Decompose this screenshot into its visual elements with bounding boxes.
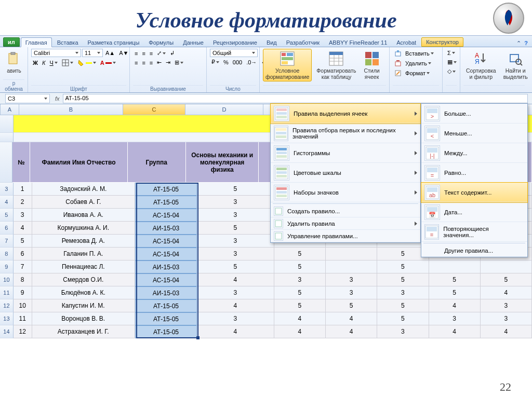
table-cell[interactable]: 4	[197, 273, 274, 286]
column-header[interactable]: B	[19, 104, 123, 115]
table-cell[interactable]: Воронцов В. В.	[32, 312, 135, 325]
menu-item[interactable]: <Меньше...	[421, 123, 527, 143]
table-cell[interactable]: 5	[274, 248, 326, 260]
indent-inc-icon[interactable]: ⇥	[164, 58, 172, 67]
menu-item[interactable]: Наборы значков	[271, 183, 420, 202]
table-cell[interactable]: 3	[197, 209, 274, 222]
table-cell[interactable]: 7	[14, 260, 32, 273]
table-cell[interactable]: 5	[377, 299, 429, 312]
menu-item[interactable]: Гистограммы	[271, 143, 420, 163]
tab-acrobat[interactable]: Acrobat	[392, 38, 420, 47]
table-cell[interactable]: Ремезова Д. А.	[32, 235, 135, 248]
table-cell[interactable]: 3	[197, 286, 274, 299]
find-select-button[interactable]: Найти и выделить	[501, 49, 530, 81]
table-cell[interactable]: 5	[197, 222, 274, 235]
fill-color-button[interactable]	[76, 58, 98, 67]
menu-item-other-rules[interactable]: Другие правила...	[421, 244, 527, 257]
align-bottom-icon[interactable]: ≡	[148, 49, 154, 58]
fill-icon[interactable]: ▦	[446, 58, 458, 66]
table-cell[interactable]: 4	[326, 312, 377, 325]
align-right-icon[interactable]: ≡	[148, 59, 154, 67]
align-middle-icon[interactable]: ≡	[140, 49, 147, 58]
insert-cells-button[interactable]: Вставить	[393, 49, 435, 58]
format-cells-button[interactable]: Формат	[393, 68, 431, 78]
menu-item[interactable]: Удалить правила	[271, 217, 420, 230]
orientation-icon[interactable]: ⤢	[155, 49, 167, 58]
table-cell[interactable]: 5	[481, 273, 532, 286]
menu-item[interactable]: ≡Повторяющиеся значения...	[421, 222, 527, 242]
table-cell[interactable]: 3	[377, 325, 429, 338]
table-cell[interactable]: 3	[326, 273, 377, 286]
name-box[interactable]: C3	[5, 94, 50, 103]
tab-developer[interactable]: Разработчик	[282, 38, 324, 47]
table-cell[interactable]: 4	[197, 299, 274, 312]
table-cell[interactable]: АТ-15-05	[135, 325, 197, 338]
table-cell[interactable]: Капустин И. М.	[32, 299, 135, 312]
column-header[interactable]: C	[123, 104, 185, 115]
table-cell[interactable]: 5	[274, 286, 326, 299]
table-cell[interactable]: АИ-15-03	[135, 222, 197, 235]
table-cell[interactable]: АС-15-04	[135, 209, 197, 222]
table-cell[interactable]: 3	[197, 196, 274, 209]
table-cell[interactable]: 5	[274, 260, 326, 273]
shrink-font-icon[interactable]: A▼	[117, 49, 130, 57]
formula-input[interactable]: АТ-15-05	[63, 94, 528, 103]
table-cell[interactable]: 4	[197, 325, 274, 338]
table-cell[interactable]: 4	[274, 312, 326, 325]
menu-item[interactable]: Цветовые шкалы	[271, 163, 420, 183]
table-cell[interactable]: 3	[481, 312, 532, 325]
table-cell[interactable]: АТ-15-05	[135, 183, 197, 196]
font-size-combo[interactable]: 11	[82, 49, 103, 57]
menu-item[interactable]: Создать правило...	[271, 205, 420, 217]
table-cell[interactable]: Иванова А. А.	[32, 209, 135, 222]
table-cell[interactable]: Смердов О.И.	[32, 273, 135, 286]
minimize-ribbon-icon[interactable]: ⌃	[516, 40, 521, 47]
comma-icon[interactable]: 000	[231, 58, 244, 66]
table-cell[interactable]: 1	[14, 183, 32, 196]
tab-insert[interactable]: Вставка	[53, 38, 83, 47]
bold-button[interactable]: Ж	[31, 59, 39, 67]
currency-icon[interactable]: ₽	[210, 58, 221, 66]
table-cell[interactable]: АТ-15-05	[135, 312, 197, 325]
tab-formulas[interactable]: Формулы	[144, 38, 178, 47]
number-format-combo[interactable]: Общий	[210, 49, 258, 57]
table-cell[interactable]: Блюдёнов А. К.	[32, 286, 135, 299]
table-cell[interactable]: 5	[377, 260, 429, 273]
table-cell[interactable]: 5	[377, 312, 429, 325]
delete-cells-button[interactable]: Удалить	[393, 59, 433, 68]
column-header[interactable]: A	[1, 104, 19, 115]
menu-item[interactable]: Управление правилами...	[271, 230, 420, 242]
cell-styles-button[interactable]: Стили ячеек	[361, 49, 383, 81]
table-cell[interactable]: 5	[274, 299, 326, 312]
table-cell[interactable]: 4	[429, 325, 481, 338]
tab-abbyy[interactable]: ABBYY FineReader 11	[325, 38, 391, 47]
table-cell[interactable]: 3	[14, 209, 32, 222]
table-cell[interactable]: Астраханцев И. Г.	[32, 325, 135, 338]
table-cell[interactable]: АИ-15-03	[135, 260, 197, 273]
table-cell[interactable]: 4	[481, 286, 532, 299]
table-cell[interactable]: 3	[377, 286, 429, 299]
fx-icon[interactable]: fx	[52, 95, 63, 102]
table-cell[interactable]: 4	[481, 325, 532, 338]
table-cell[interactable]: 5	[429, 286, 481, 299]
table-cell[interactable]: 3	[274, 273, 326, 286]
table-cell[interactable]: 10	[14, 299, 32, 312]
tab-context-design[interactable]: Конструктор	[421, 37, 463, 47]
menu-item[interactable]: >Больше...	[421, 104, 527, 123]
table-cell[interactable]: 4	[274, 325, 326, 338]
menu-item[interactable]: abТекст содержит...	[421, 183, 527, 202]
table-cell[interactable]: АС-15-04	[135, 235, 197, 248]
borders-button[interactable]	[60, 58, 75, 67]
tab-view[interactable]: Вид	[262, 38, 281, 47]
merge-button[interactable]: ⊞	[173, 58, 185, 67]
indent-dec-icon[interactable]: ⇤	[155, 58, 163, 67]
align-top-icon[interactable]: ≡	[133, 49, 139, 58]
table-cell[interactable]: 5	[197, 260, 274, 273]
italic-button[interactable]: К	[41, 59, 47, 67]
menu-item[interactable]: =Равно...	[421, 163, 527, 183]
increase-decimal-icon[interactable]: .0→	[245, 58, 258, 66]
table-cell[interactable]: 9	[14, 286, 32, 299]
table-cell[interactable]: Кормушкина А. И.	[32, 222, 135, 235]
table-cell[interactable]: 3	[326, 286, 377, 299]
conditional-formatting-button[interactable]: Условное форматирование	[263, 49, 312, 81]
